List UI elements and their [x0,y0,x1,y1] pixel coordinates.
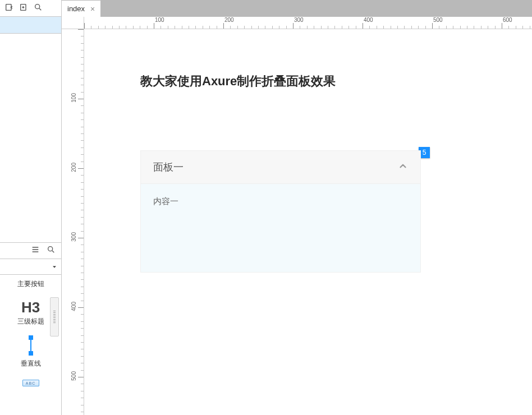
libraries-toolbar [0,242,61,259]
widget-scrollbar[interactable] [50,297,59,336]
search-icon[interactable] [47,245,56,256]
ruler-corner [62,17,84,29]
widget-primary-button[interactable]: 主要按钮 [0,279,61,289]
accordion-body[interactable]: 内容一 [140,184,421,273]
widget-label: 主要按钮 [0,279,61,289]
tab-label: index [67,4,85,13]
menu-icon[interactable] [31,245,40,256]
widget-text-field[interactable]: ABC [0,380,61,386]
accordion-header-label: 面板一 [153,160,184,174]
svg-point-3 [48,247,53,251]
svg-point-2 [35,4,40,8]
import-icon[interactable] [4,3,13,14]
chevron-up-icon[interactable] [398,161,408,174]
close-icon[interactable]: × [90,5,95,13]
accordion-body-text: 内容一 [153,196,178,206]
page-title[interactable]: 教大家使用Axure制作折叠面板效果 [140,73,336,90]
vertical-line-icon [30,338,31,353]
pages-toolbar [0,0,61,17]
add-page-icon[interactable] [19,3,28,14]
library-dropdown[interactable] [0,259,61,275]
ruler-vertical[interactable]: 100200300400500 [62,29,84,415]
text-field-icon: ABC [22,380,39,386]
workspace: 100200300400500600 100200300400500 教大家使用… [62,17,532,415]
pages-tree-area [0,34,61,242]
search-icon[interactable] [34,3,43,14]
accordion-header[interactable]: 面板一 [140,150,421,184]
tab-bar: index × [62,0,532,17]
selected-page-row[interactable] [0,17,61,34]
left-sidebar: 主要按钮 H3 三级标题 垂直线 ABC [0,0,62,415]
ruler-horizontal[interactable]: 100200300400500600 [84,17,532,29]
widget-vertical-line[interactable]: 垂直线 [0,338,61,368]
widget-label: 垂直线 [0,359,61,368]
accordion-panel[interactable]: 面板一 内容一 [140,150,421,273]
canvas[interactable]: 教大家使用Axure制作折叠面板效果 5 面板一 内容一 [84,29,532,415]
tab-index[interactable]: index × [62,0,101,17]
widget-list: 主要按钮 H3 三级标题 垂直线 ABC [0,275,61,414]
